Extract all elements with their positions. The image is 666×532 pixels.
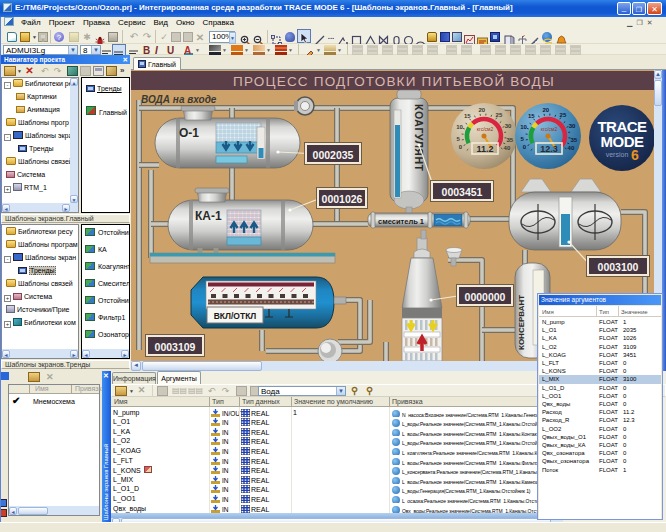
- svg-text:6: 6: [631, 147, 639, 163]
- svg-text:15: 15: [528, 113, 535, 119]
- svg-text:КОНСЕРВАНТ: КОНСЕРВАНТ: [517, 295, 526, 350]
- svg-text:10: 10: [456, 124, 463, 130]
- svg-text:0002035: 0002035: [313, 149, 354, 161]
- svg-text:25: 25: [560, 112, 567, 118]
- svg-text:40: 40: [504, 145, 511, 151]
- svg-text:ВОДА на входе: ВОДА на входе: [141, 94, 217, 105]
- svg-text:КОАГУЛЯНТ: КОАГУЛЯНТ: [413, 104, 425, 171]
- svg-text:КА-1: КА-1: [195, 209, 222, 223]
- svg-text:0003451: 0003451: [442, 186, 483, 198]
- svg-text:12.3: 12.3: [540, 144, 558, 154]
- svg-text:О-1: О-1: [179, 126, 199, 140]
- svg-text:40: 40: [568, 145, 575, 151]
- svg-text:20: 20: [478, 107, 485, 113]
- svg-text:30: 30: [505, 123, 512, 129]
- svg-text:20: 20: [542, 107, 549, 113]
- svg-text:0003100: 0003100: [598, 261, 639, 273]
- svg-text:смеситель 1: смеситель 1: [378, 217, 424, 226]
- svg-text:35: 35: [570, 137, 577, 143]
- svg-text:ПРОЦЕСС ПОДГОТОВКИ ПИТЬЕВОЙ ВО: ПРОЦЕСС ПОДГОТОВКИ ПИТЬЕВОЙ ВОДЫ: [233, 74, 555, 89]
- svg-text:version: version: [606, 151, 629, 158]
- svg-text:10: 10: [520, 124, 527, 130]
- svg-text:ВКЛ/ОТКЛ: ВКЛ/ОТКЛ: [214, 311, 257, 321]
- svg-text:кгс/см2: кгс/см2: [477, 126, 494, 132]
- svg-text:0000000: 0000000: [465, 291, 506, 303]
- svg-text:11.2: 11.2: [476, 144, 493, 154]
- svg-text:15: 15: [464, 113, 471, 119]
- svg-text:0001026: 0001026: [322, 193, 363, 205]
- svg-text:35: 35: [506, 137, 513, 143]
- svg-text:0003109: 0003109: [155, 341, 196, 353]
- svg-text:кгс/см2: кгс/см2: [541, 126, 558, 132]
- svg-text:30: 30: [569, 123, 576, 129]
- svg-text:25: 25: [496, 112, 503, 118]
